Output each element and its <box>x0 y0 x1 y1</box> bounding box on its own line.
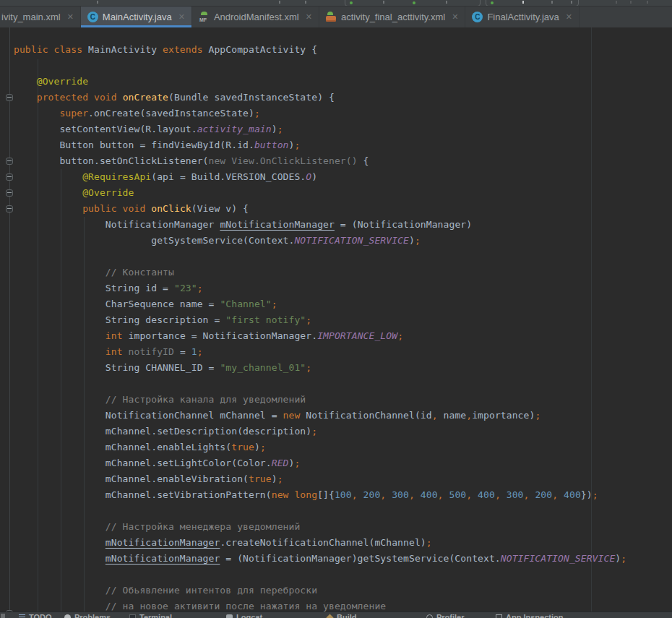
code-line: // Обьявление интентов для переброски <box>14 583 626 598</box>
code-line: String description = "first notify"; <box>14 312 626 328</box>
layout-xml-icon <box>326 12 337 22</box>
run-icon[interactable] <box>413 1 415 4</box>
tab-label: MainActivity.java <box>103 12 172 22</box>
build-hammer-icon <box>326 614 333 618</box>
code-line: @Override <box>14 74 626 90</box>
tab-label: AndroidManifest.xml <box>214 12 299 22</box>
code-line: String id = "23"; <box>14 280 626 296</box>
tab-label: FinalActtivity.java <box>487 12 559 22</box>
code-line: int notifyID = 1; <box>14 344 626 360</box>
tab-finalacttivity-java[interactable]: CFinalActtivity.java✕ <box>465 7 580 27</box>
code-line: NotificationChannel mChannel = new Notif… <box>14 408 626 424</box>
code-editor[interactable]: public class MainActivity extends AppCom… <box>0 27 672 611</box>
tool-window-button-build[interactable]: Build <box>327 613 357 618</box>
code-line: @Override <box>14 185 626 201</box>
tool-window-button-terminal[interactable]: Terminal <box>129 613 172 618</box>
tool-window-label: Logcat <box>236 613 262 618</box>
tool-window-bar: TODOProblemsTerminalLogcatBuildProfilerA… <box>0 611 672 618</box>
java-class-icon: C <box>87 12 98 22</box>
todo-list-icon <box>19 614 25 618</box>
code-line: // Настройка канала для уведомлений <box>14 392 626 408</box>
toolbar-icon-fragment <box>571 1 572 4</box>
tab-activity-final-acttivity-xml[interactable]: activity_final_acttivity.xml✕ <box>319 7 465 27</box>
code-line: String CHANNEL_ID = "my_channel_01"; <box>14 360 626 376</box>
close-tab-icon[interactable]: ✕ <box>566 12 572 22</box>
tool-window-button-todo[interactable]: TODO <box>19 613 52 618</box>
code-text: public class MainActivity extends AppCom… <box>14 42 626 611</box>
fold-marker-icon[interactable] <box>6 205 13 213</box>
editor-tab-bar: ivity_main.xml✕CMainActivity.java✕Androi… <box>0 7 672 27</box>
code-line: public class MainActivity extends AppCom… <box>14 42 626 58</box>
close-tab-icon[interactable]: ✕ <box>178 12 185 22</box>
toolbar-icon-fragment <box>97 1 98 4</box>
tool-window-label: Profiler <box>436 613 465 618</box>
toolbar-icon-fragment <box>446 1 447 4</box>
main-toolbar-strip <box>0 0 672 7</box>
toolbar-icon-fragment <box>522 1 524 4</box>
code-line: mChannel.enableVibration(true); <box>14 471 626 487</box>
code-line: protected void onCreate(Bundle savedInst… <box>14 90 626 106</box>
fold-marker-icon[interactable] <box>6 189 13 197</box>
run-icon[interactable] <box>350 1 353 4</box>
code-line: mChannel.setDescription(description); <box>14 424 626 439</box>
android-manifest-icon <box>199 12 210 22</box>
tab-label: ivity_main.xml <box>1 12 61 22</box>
code-line: // на новое активити после нажатия на ув… <box>14 598 626 611</box>
code-line: NotificationManager mNotificationManager… <box>14 217 626 233</box>
code-line: int importance = NotificationManager.IMP… <box>14 328 626 344</box>
device-online-icon <box>491 1 494 4</box>
code-line <box>14 503 626 519</box>
tab-label: activity_final_acttivity.xml <box>341 12 445 22</box>
tool-window-label: Terminal <box>139 613 172 618</box>
java-class-icon: C <box>472 12 483 22</box>
code-line: mChannel.setVibrationPattern(new long[]{… <box>14 487 626 503</box>
tool-window-label: TODO <box>29 613 52 618</box>
close-tab-icon[interactable]: ✕ <box>306 12 312 22</box>
code-line <box>14 58 626 74</box>
code-line: CharSequence name = "Channel"; <box>14 296 626 312</box>
window-corner-icon <box>1 614 5 618</box>
code-line <box>14 567 626 583</box>
toolbar-icon-fragment <box>616 1 617 4</box>
tool-window-button-logcat[interactable]: Logcat <box>226 613 262 618</box>
code-line: setContentView(R.layout.activity_main); <box>14 121 626 137</box>
fold-marker-icon[interactable] <box>6 94 13 101</box>
terminal-icon <box>129 614 136 618</box>
code-line: mChannel.enableLights(true); <box>14 439 626 455</box>
code-line: button.setOnClickListener(new View.OnCli… <box>14 153 626 169</box>
tab-ivity-main-xml[interactable]: ivity_main.xml✕ <box>0 7 81 27</box>
code-line: mNotificationManager.createNotificationC… <box>14 535 626 551</box>
tool-window-button-profiler[interactable]: Profiler <box>426 613 465 618</box>
toolbar-icon-fragment <box>383 1 384 4</box>
code-line: Button button = findViewById(R.id.button… <box>14 137 626 153</box>
tab-androidmanifest-xml[interactable]: AndroidManifest.xml✕ <box>192 7 319 27</box>
tool-window-label: Problems <box>74 613 111 618</box>
gutter-separator <box>9 27 10 611</box>
code-line <box>14 249 626 265</box>
code-line: public void onClick(View v) { <box>14 201 626 217</box>
profiler-icon <box>426 614 433 618</box>
fold-marker-icon[interactable] <box>6 173 13 181</box>
toolbar-icon-fragment <box>630 1 632 4</box>
toolbar-icon-fragment <box>279 1 280 4</box>
fold-marker-icon[interactable] <box>6 158 13 165</box>
code-line: getSystemService(Context.NOTIFICATION_SE… <box>14 233 626 249</box>
tab-mainactivity-java[interactable]: CMainActivity.java✕ <box>81 7 192 27</box>
code-line: // Константы <box>14 265 626 280</box>
close-tab-icon[interactable]: ✕ <box>452 12 458 22</box>
logcat-icon <box>226 614 233 618</box>
toolbar-icon-fragment <box>647 1 648 4</box>
device-selector-button-group[interactable] <box>486 0 579 7</box>
code-line: // Настройка менеджера уведомлений <box>14 519 626 535</box>
code-line: mChannel.setLightColor(Color.RED); <box>14 455 626 471</box>
code-line: mNotificationManager = (NotificationMana… <box>14 551 626 567</box>
tool-window-label: Build <box>337 613 357 618</box>
tool-window-label: App Inspection <box>506 613 563 618</box>
problems-icon <box>64 614 71 618</box>
tool-window-button-problems[interactable]: Problems <box>64 613 111 618</box>
tool-window-button-app-inspection[interactable]: App Inspection <box>496 613 563 618</box>
code-line: @RequiresApi(api = Build.VERSION_CODES.O… <box>14 169 626 185</box>
app-inspection-icon <box>496 614 502 618</box>
close-tab-icon[interactable]: ✕ <box>67 12 74 22</box>
code-line <box>14 376 626 392</box>
